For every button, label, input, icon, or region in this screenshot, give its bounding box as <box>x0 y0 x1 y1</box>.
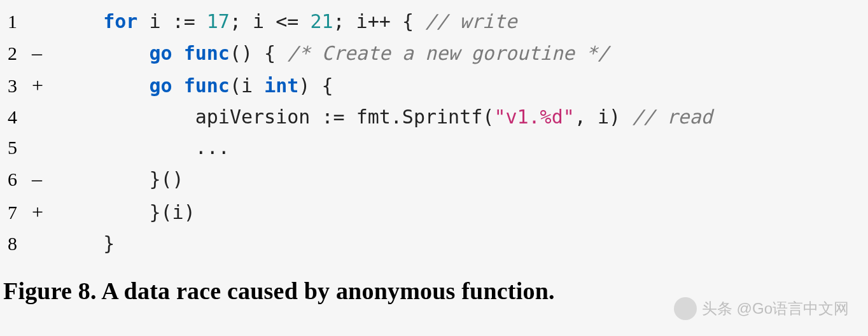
watermark-icon <box>674 297 697 320</box>
code-content: }(i) <box>57 197 195 228</box>
code-content: apiVersion := fmt.Sprintf("v1.%d", i) //… <box>57 102 713 132</box>
line-number: 3 <box>0 71 25 101</box>
code-content: }() <box>57 164 184 195</box>
watermark: 头条 @Go语言中文网 <box>674 297 849 320</box>
line-number: 7 <box>0 197 25 228</box>
watermark-text: 头条 @Go语言中文网 <box>702 298 849 319</box>
code-line: 4 apiVersion := fmt.Sprintf("v1.%d", i) … <box>0 102 868 132</box>
line-number: 5 <box>0 132 25 163</box>
code-line: 6 – }() <box>0 163 868 195</box>
line-number: 8 <box>0 228 25 259</box>
line-number: 1 <box>0 6 25 37</box>
code-block: 1 for i := 17; i <= 21; i++ { // write 2… <box>0 0 868 265</box>
line-number: 6 <box>0 164 25 195</box>
code-line: 7 + }(i) <box>0 196 868 228</box>
diff-mark: + <box>25 69 57 102</box>
code-line: 3 + go func(i int) { <box>0 69 868 102</box>
code-content: } <box>57 228 115 259</box>
code-content: for i := 17; i <= 21; i++ { // write <box>57 6 517 37</box>
diff-mark: – <box>25 163 57 195</box>
code-line: 5 ... <box>0 132 868 163</box>
line-number: 4 <box>0 102 25 132</box>
code-content: go func() { /* Create a new goroutine */ <box>57 38 609 69</box>
code-line: 8 } <box>0 228 868 259</box>
diff-mark: – <box>25 37 57 69</box>
code-content: ... <box>57 132 230 163</box>
diff-mark: + <box>25 196 57 228</box>
code-content: go func(i int) { <box>57 71 333 101</box>
line-number: 2 <box>0 38 25 69</box>
code-line: 1 for i := 17; i <= 21; i++ { // write <box>0 6 868 37</box>
code-line: 2 – go func() { /* Create a new goroutin… <box>0 37 868 69</box>
